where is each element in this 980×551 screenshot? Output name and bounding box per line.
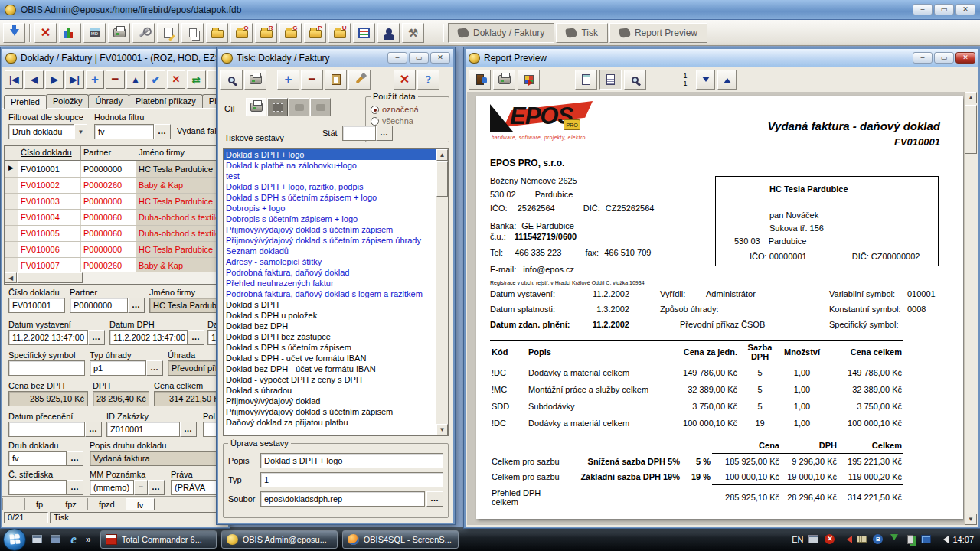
paste-button[interactable] [325, 70, 347, 90]
tisk-cancel-button[interactable]: ✕ [394, 70, 416, 90]
list-item[interactable]: Adresy - samolepicí štítky [224, 256, 436, 267]
taskbar-button[interactable]: OBIS Admin@eposu... [221, 530, 338, 549]
scroll-down-button[interactable]: ▼ [965, 514, 977, 525]
tisk-minimize-button[interactable]: – [387, 52, 407, 64]
main-minimize-button[interactable]: – [913, 4, 933, 15]
calculator-button[interactable]: MD [83, 23, 106, 43]
list-item[interactable]: Doklad s DPH s účetním zápisem + logo [224, 192, 436, 203]
typ-input[interactable]: 1 [260, 472, 443, 487]
main-maximize-button[interactable]: ▭ [934, 4, 954, 15]
table-row[interactable]: ▶ FV010001 P0000000 HC Tesla Pardubice [5, 161, 226, 178]
poznamka-field[interactable]: (mmemo) [90, 480, 134, 495]
list-item[interactable]: Doklad bez DPH [224, 321, 436, 331]
subtab[interactable] [2, 498, 24, 510]
subtab[interactable]: fpz [54, 498, 87, 510]
target-screen-button[interactable] [267, 98, 288, 116]
folder-r-button[interactable]: R [255, 23, 277, 43]
strediska-field[interactable] [8, 480, 67, 495]
list-item[interactable]: Přijmový/výdajový doklad s účetním zápis… [224, 406, 436, 417]
list-item[interactable]: Doklad s DPH u položek [224, 310, 436, 321]
help-button[interactable]: ? [417, 70, 439, 90]
volume-muted-icon[interactable] [840, 534, 851, 545]
typ-uhrady-ellipsis[interactable]: … [146, 360, 163, 376]
edit-record-button[interactable]: ▲ [126, 70, 145, 89]
scroll-down-button[interactable]: ▼ [436, 424, 448, 435]
main-close-button[interactable]: ✕ [956, 4, 975, 15]
radio-vsechna[interactable]: všechna [371, 116, 444, 126]
list-item[interactable]: Doklad s DPH - učet ve formátu IBAN [224, 353, 436, 364]
next-record-button[interactable]: ▶ [45, 70, 64, 89]
doklady-tab[interactable]: Platební příkazy [129, 94, 203, 108]
scroll-left-button[interactable]: ◀ [5, 272, 17, 283]
strediska-ellipsis[interactable]: … [67, 480, 83, 495]
list-item[interactable]: Podrobná faktura, daňový doklad s logem … [224, 289, 436, 299]
folder-p-button[interactable]: P [304, 23, 326, 43]
zakazka-field[interactable]: Z010001 [106, 422, 180, 437]
list-item[interactable]: Doklad - výpočet DPH z ceny s DPH [224, 374, 436, 385]
preview-close-button[interactable]: ✕ [956, 52, 975, 64]
abacus-button[interactable] [353, 23, 375, 43]
table-row[interactable]: FV010002 P0000260 Baby & Kap [5, 178, 226, 194]
table-row[interactable]: FV010007 P0000260 Baby & Kap [5, 258, 226, 274]
scroll-up-button[interactable]: ▲ [965, 92, 977, 103]
druh-dokladu-field[interactable]: fv [8, 451, 67, 466]
whole-page-button[interactable] [575, 70, 597, 90]
show-desktop-icon[interactable] [29, 532, 44, 547]
scroll-up-button[interactable]: ▲ [436, 149, 448, 161]
list-item[interactable]: Doklad s DPH + logo [224, 149, 436, 160]
grid-horizontal-scrollbar[interactable]: ◀ [5, 272, 226, 284]
main-nav-tab[interactable]: Doklady / Faktury [448, 23, 554, 43]
list-item[interactable]: Dobropis + logo [224, 203, 436, 214]
delete-record-button[interactable]: − [106, 70, 124, 89]
grid-col-cislo[interactable]: Číslo dokladu [18, 146, 81, 161]
list-item[interactable]: Doklad k platbě na zálohovku+logo [224, 160, 436, 171]
start-button[interactable] [3, 528, 26, 551]
stat-ellipsis-button[interactable]: … [376, 126, 393, 141]
list-item[interactable]: Doklad s DPH [224, 299, 436, 310]
specificky-symbol-field[interactable] [8, 360, 85, 376]
datum-vystaveni-ellipsis[interactable]: … [88, 330, 105, 345]
scrollbar-thumb[interactable] [436, 161, 448, 197]
prev-record-button[interactable]: ◀ [24, 70, 43, 89]
target-export-button[interactable] [310, 98, 331, 116]
preview-button[interactable] [220, 70, 243, 90]
filter-column-dropdown-button[interactable]: ▼ [74, 124, 87, 139]
volume-icon[interactable] [936, 534, 948, 545]
delete-button[interactable]: ✕ [34, 23, 57, 43]
taskbar-button[interactable]: Total Commander 6... [100, 530, 217, 549]
quicklaunch-chevron[interactable]: » [86, 534, 91, 545]
datum-vystaveni-field[interactable]: 11.2.2002 13:47:00 [8, 330, 88, 345]
first-record-button[interactable]: |◀ [5, 70, 23, 89]
language-indicator[interactable]: EN [792, 535, 803, 544]
list-item[interactable]: Doklad s DPH + logo, razitko, podpis [224, 181, 436, 192]
clock[interactable]: 14:07 [952, 535, 974, 544]
print-button[interactable] [108, 23, 130, 43]
table-row[interactable]: FV010004 P0000060 Duha-obchod s textilem [5, 210, 226, 226]
zakazka-ellipsis[interactable]: … [180, 422, 197, 437]
keyboard-tray-icon[interactable] [856, 534, 867, 545]
poznamka-ellipsis[interactable]: … [148, 480, 165, 495]
remove-report-button[interactable]: − [301, 70, 323, 90]
doklady-tab[interactable]: Přehled [4, 95, 47, 109]
folder-g-button[interactable]: G [279, 23, 302, 43]
prev-page-button[interactable] [717, 70, 737, 90]
design-report-button[interactable] [348, 70, 371, 90]
druh-dokladu-ellipsis[interactable]: … [67, 451, 83, 466]
copy-button[interactable] [181, 23, 204, 43]
table-row[interactable]: FV010003 P0000000 HC Tesla Pardubice [5, 194, 226, 210]
list-item[interactable]: Daňový doklad za přijatou platbu [224, 417, 436, 428]
bluetooth-icon[interactable]: B [872, 534, 884, 545]
datum-preceneni-field[interactable] [8, 422, 85, 437]
preview-scrollbar[interactable]: ▲ ▼ [964, 92, 977, 525]
filter-value-input[interactable]: fv [94, 124, 154, 139]
list-item[interactable]: Doklad s DPH s účetním zápisem [224, 342, 436, 353]
display-tray-icon[interactable] [808, 534, 819, 545]
datum-dph-ellipsis[interactable]: … [188, 330, 204, 345]
list-item[interactable]: Přijmový/výdajový doklad s účetním zápis… [224, 235, 436, 246]
last-record-button[interactable]: ▶| [65, 70, 83, 89]
main-nav-tab[interactable]: Report Preview [609, 23, 707, 43]
page-width-button[interactable] [599, 70, 622, 90]
typ-uhrady-field[interactable]: p1 [90, 360, 146, 376]
soubor-input[interactable]: epos\dokladsdph.rep [260, 491, 425, 507]
next-page-button[interactable] [696, 70, 715, 90]
